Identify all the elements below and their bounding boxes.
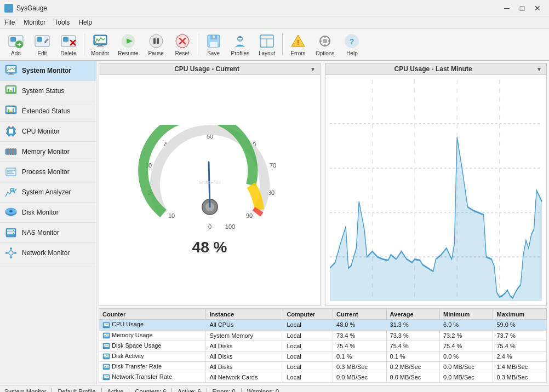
chart-panel-title: CPU Usage - Last Minute	[330, 65, 536, 73]
cell-maximum: 59.0 %	[493, 320, 547, 330]
toolbar-sep-3	[282, 33, 283, 55]
svg-rect-4	[10, 37, 16, 42]
cell-instance: All Network Cards	[206, 372, 283, 382]
menu-tools[interactable]: Tools	[50, 18, 74, 27]
close-button[interactable]: ✕	[530, 3, 545, 14]
minimize-button[interactable]: ─	[500, 3, 514, 14]
options-button[interactable]: Options	[312, 31, 338, 58]
options-icon	[316, 32, 334, 50]
errors-label: Errors	[290, 50, 305, 56]
profiles-button[interactable]: Profiles	[227, 31, 253, 58]
svg-rect-75	[7, 170, 15, 171]
sidebar-item-label-extended-status: Extended Status	[22, 107, 70, 115]
gauge-collapse-button[interactable]: ▼	[310, 66, 316, 72]
svg-rect-50	[10, 90, 12, 92]
system-analyzer-icon	[4, 186, 18, 199]
cell-average: 75.4 %	[386, 341, 439, 351]
layout-button[interactable]: Layout	[254, 31, 279, 58]
svg-point-91	[5, 252, 8, 254]
status-profile: Default Profile	[52, 388, 101, 393]
pause-icon	[147, 32, 165, 50]
add-button[interactable]: Add	[3, 31, 28, 58]
svg-rect-58	[9, 129, 13, 134]
cell-current: 75.4 %	[333, 341, 386, 351]
reset-icon	[174, 32, 191, 50]
status-left: System Monitor	[4, 388, 52, 393]
table-row[interactable]: Disk Space Usage All Disks Local 75.4 % …	[99, 341, 547, 351]
svg-rect-11	[63, 37, 68, 42]
svg-marker-120	[330, 137, 542, 301]
col-average: Average	[386, 309, 439, 320]
table-row[interactable]: Disk Activity All Disks Local 0.1 % 0.1 …	[99, 351, 547, 361]
sidebar-item-system-analyzer[interactable]: System Analyzer	[0, 182, 96, 203]
app-title: SysGauge	[16, 4, 500, 12]
svg-rect-45	[9, 73, 13, 74]
gauge-panel-header: CPU Usage - Current ▼	[99, 64, 320, 75]
menu-bar: File Monitor Tools Help	[0, 16, 549, 28]
menu-file[interactable]: File	[0, 18, 19, 27]
chart-collapse-button[interactable]: ▼	[536, 66, 542, 72]
menu-monitor[interactable]: Monitor	[19, 18, 50, 27]
cell-average: 31.3 %	[386, 320, 439, 330]
menu-help[interactable]: Help	[74, 18, 96, 27]
svg-rect-72	[13, 148, 14, 155]
sidebar-item-process-monitor[interactable]: Process Monitor	[0, 162, 96, 182]
delete-label: Delete	[61, 50, 77, 56]
chart-panel: CPU Usage - Last Minute ▼	[325, 63, 547, 306]
process-monitor-icon	[4, 165, 18, 178]
pause-button[interactable]: Pause	[144, 31, 169, 58]
sidebar: System Monitor System Status Extended St…	[0, 61, 96, 385]
svg-rect-55	[10, 111, 12, 112]
sidebar-item-system-status[interactable]: System Status	[0, 81, 96, 101]
reset-button[interactable]: Reset	[170, 31, 195, 58]
add-icon	[7, 32, 25, 50]
help-button[interactable]: ? Help	[339, 31, 364, 58]
save-label: Save	[207, 50, 220, 56]
svg-rect-76	[7, 171, 13, 172]
errors-button[interactable]: ! Errors	[285, 31, 311, 58]
sidebar-item-cpu-monitor[interactable]: CPU Monitor	[0, 122, 96, 142]
sidebar-item-nas-monitor[interactable]: NAS Monitor	[0, 223, 96, 243]
status-bar: System Monitor Default Profile Active Co…	[0, 385, 549, 392]
cell-computer: Local	[283, 372, 333, 382]
svg-point-88	[9, 251, 13, 255]
sidebar-item-label-system-status: System Status	[22, 87, 64, 95]
resume-label: Resume	[118, 50, 138, 56]
sidebar-item-network-monitor[interactable]: Network Monitor	[0, 243, 96, 263]
svg-point-20	[150, 34, 163, 48]
svg-text:10: 10	[168, 212, 174, 219]
cell-instance: System Memory	[206, 330, 283, 341]
cell-counter: Disk Transfer Rate	[99, 361, 206, 372]
maximize-button[interactable]: □	[515, 3, 529, 14]
table-row[interactable]: Memory Usage System Memory Local 73.4 % …	[99, 330, 547, 341]
table-row[interactable]: Disk Transfer Rate All Disks Local 0.3 M…	[99, 361, 547, 372]
delete-button[interactable]: Delete	[56, 31, 81, 58]
monitor-button[interactable]: Monitor	[87, 31, 113, 58]
save-button[interactable]: Save	[201, 31, 226, 58]
edit-button[interactable]: Edit	[30, 31, 55, 58]
sidebar-item-extended-status[interactable]: Extended Status	[0, 101, 96, 122]
table-row[interactable]: CPU Usage All CPUs Local 48.0 % 31.3 % 6…	[99, 320, 547, 330]
help-label: Help	[346, 50, 358, 56]
edit-icon	[33, 32, 51, 50]
table-row[interactable]: Network Transfer Rate All Network Cards …	[99, 372, 547, 382]
svg-text:100: 100	[225, 223, 235, 230]
sidebar-item-disk-monitor[interactable]: Disk Monitor	[0, 203, 96, 223]
svg-rect-66	[12, 135, 14, 136]
sidebar-item-system-monitor[interactable]: System Monitor	[0, 61, 96, 81]
svg-point-87	[13, 233, 14, 234]
status-errors: Errors: 0	[207, 388, 242, 393]
svg-rect-69	[8, 148, 9, 155]
cell-maximum: 2.4 %	[493, 351, 547, 361]
save-icon	[205, 32, 222, 50]
cell-minimum: 75.4 %	[440, 341, 493, 351]
sidebar-item-label-system-analyzer: System Analyzer	[22, 188, 71, 196]
svg-rect-16	[98, 45, 102, 46]
svg-text:90: 90	[245, 212, 252, 219]
sidebar-item-memory-monitor[interactable]: Memory Monitor	[0, 142, 96, 162]
svg-rect-17	[97, 46, 104, 47]
svg-rect-21	[153, 38, 156, 44]
resume-button[interactable]: Resume	[114, 31, 142, 58]
status-counters: Counters: 6	[129, 388, 172, 393]
svg-rect-77	[7, 173, 14, 174]
